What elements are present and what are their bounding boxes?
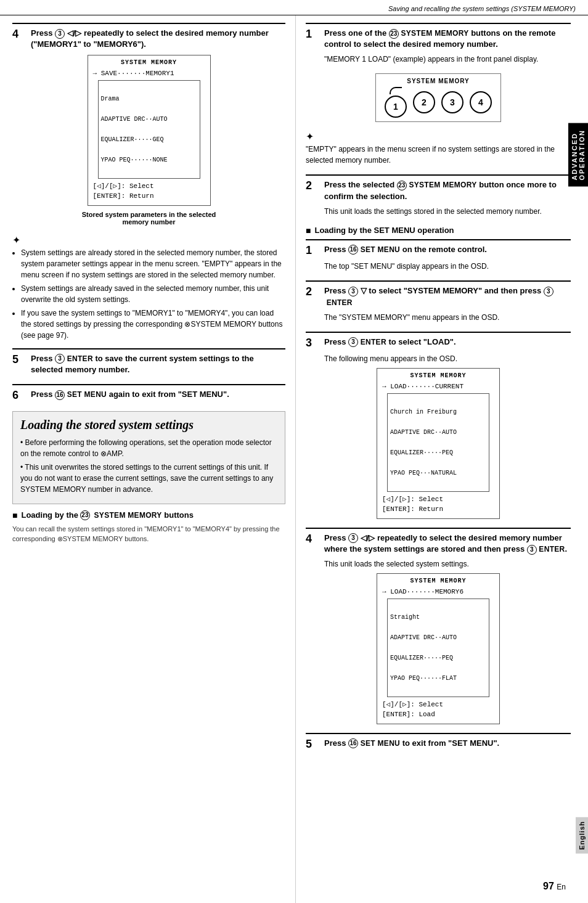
right-step-2-prefix: Press the selected bbox=[324, 180, 397, 189]
right-step-4-set-text: Press 3 ◁/▷ repeatedly to select the des… bbox=[324, 533, 571, 555]
right-step-4-set-number: 4 bbox=[306, 533, 321, 546]
memory-box-load-1-inner-line3: YPAO PEQ···NATURAL bbox=[390, 470, 486, 476]
memory-box-load-1-line1: → LOAD·······CURRENT bbox=[382, 382, 494, 392]
memory-box-load-2-inner: Straight ADAPTIVE DRC··AUTO EQUALIZER···… bbox=[387, 599, 489, 697]
mem-btn-3-label: 3 bbox=[450, 97, 455, 107]
memory-box-1: SYSTEM MEMORY → SAVE·······MEMORY1 Drama… bbox=[88, 55, 211, 206]
right-step-2-set-text: Press 3 ▽ to select "SYSTEM MEMORY" and … bbox=[324, 285, 571, 308]
mem-buttons-container: SYSTEM MEMORY 1 2 3 4 bbox=[306, 70, 571, 126]
loading-by-memory-text: You can recall the system settings store… bbox=[12, 524, 285, 544]
right-step-2-set-block: 2 Press 3 ▽ to select "SYSTEM MEMORY" an… bbox=[306, 280, 571, 322]
right-step-1-sub: "MEMORY 1 LOAD" (example) appears in the… bbox=[324, 54, 571, 65]
memory-box-load-2: SYSTEM MEMORY → LOAD·······MEMORY6 Strai… bbox=[377, 573, 500, 724]
right-step-3-set-body: to select "LOAD". bbox=[388, 337, 455, 346]
memory-box-load-2-inner-line3: YPAO PEQ······FLAT bbox=[390, 675, 486, 682]
right-step-2-header: 2 Press the selected 23 SYSTEM MEMORY bu… bbox=[306, 174, 571, 202]
step-4-text: Press 3 ◁/▷ repeatedly to select the des… bbox=[31, 28, 285, 50]
page-suffix: En bbox=[557, 883, 566, 891]
loading-note-1: • Before performing the following operat… bbox=[20, 437, 277, 459]
memory-box-load-2-title: SYSTEM MEMORY bbox=[382, 578, 494, 584]
advanced-operation-label: ADVANCEDOPERATION bbox=[568, 123, 588, 187]
memory-box-1-title: SYSTEM MEMORY bbox=[93, 59, 205, 66]
right-step-3-set-text: Press 3 ENTER to select "LOAD". bbox=[324, 337, 456, 348]
right-step-1-system-memory: SYSTEM MEMORY bbox=[401, 29, 468, 38]
mem-btn-2: 2 bbox=[413, 91, 435, 113]
right-step-3-set-header: 3 Press 3 ENTER to select "LOAD". bbox=[306, 332, 571, 350]
right-step-2-text: Press the selected 23 SYSTEM MEMORY butt… bbox=[324, 179, 571, 202]
step-5-prefix: Press bbox=[31, 354, 55, 363]
memory-box-inner-line3: YPAO PEQ······NONE bbox=[101, 157, 197, 163]
step-6-circle: 16 bbox=[55, 390, 65, 400]
memory-box-load-1-inner-line2: EQUALIZER·····PEQ bbox=[390, 449, 486, 456]
step-6-block: 6 Press 16 SET MENU again to exit from "… bbox=[12, 384, 285, 402]
step-4-block: 4 Press 3 ◁/▷ repeatedly to select the d… bbox=[12, 23, 285, 226]
right-step-5-set-header: 5 Press 16 SET MENU to exit from "SET ME… bbox=[306, 733, 571, 751]
loading-note-1-text: Before performing the following operatio… bbox=[20, 438, 272, 458]
step-6-header: 6 Press 16 SET MENU again to exit from "… bbox=[12, 384, 285, 402]
note-star-1: ✦ bbox=[12, 234, 285, 246]
right-step-5-set-circle: 16 bbox=[348, 738, 358, 748]
page-number: 97 En bbox=[543, 881, 566, 892]
loading-section-title: Loading the stored system settings bbox=[20, 418, 277, 432]
loading-by-memory-heading: Loading by the 23 SYSTEM MEMORY buttons bbox=[12, 510, 285, 520]
note-item-3: If you save the system settings to "MEMO… bbox=[21, 308, 285, 341]
right-step-1-set-body: on the remote control. bbox=[402, 245, 487, 254]
right-step-1-set-sub: The top "SET MENU" display appears in th… bbox=[324, 261, 571, 272]
mem-buttons-inner: SYSTEM MEMORY 1 2 3 4 bbox=[375, 73, 501, 122]
memory-box-1-line1: → SAVE·······MEMORY1 bbox=[93, 68, 205, 79]
loading-section: Loading the stored system settings • Bef… bbox=[12, 411, 285, 504]
right-step-1-set-text: Press 16 SET MENU on the remote control. bbox=[324, 244, 487, 255]
right-step-2-set-prefix: Press bbox=[324, 286, 348, 295]
memory-box-load-2-footer2: [ENTER]: Load bbox=[382, 709, 494, 720]
step-6-setmenu: SET MENU bbox=[67, 390, 107, 399]
mem-btn-4-label: 4 bbox=[478, 97, 483, 107]
right-step-4-set-prefix: Press bbox=[324, 533, 348, 542]
memory-box-load-2-inner-line2: EQUALIZER·····PEQ bbox=[390, 655, 486, 661]
step-5-number: 5 bbox=[12, 353, 27, 367]
page-header: Saving and recalling the system settings… bbox=[0, 0, 588, 15]
right-step-1-set-label: SET MENU bbox=[361, 245, 400, 254]
memory-box-load-1-inner-line1: ADAPTIVE DRC··AUTO bbox=[390, 429, 486, 436]
heading-circle: 23 bbox=[80, 510, 90, 520]
right-step-4-set-enter: ENTER bbox=[539, 545, 565, 554]
right-step-4-set-enter-circle: 3 bbox=[527, 545, 537, 555]
memory-box-1-footer2: [ENTER]: Return bbox=[93, 191, 205, 202]
memory-box-load-1: SYSTEM MEMORY → LOAD·······CURRENT Churc… bbox=[377, 368, 500, 519]
loading-set-menu-heading: Loading by the SET MENU operation bbox=[306, 226, 571, 235]
right-step-2-set-enter: ENTER bbox=[327, 298, 353, 307]
note-list-1: System settings are already stored in th… bbox=[12, 247, 285, 341]
right-step-5-set-number: 5 bbox=[306, 738, 321, 751]
right-step-1-block: 1 Press one of the 23 SYSTEM MEMORY butt… bbox=[306, 23, 571, 166]
step-4-number: 4 bbox=[12, 28, 27, 41]
right-step-1-set-circle: 16 bbox=[348, 245, 358, 255]
right-step-3-set-sub: The following menu appears in the OSD. bbox=[324, 353, 571, 364]
heading-system-memory: SYSTEM MEMORY bbox=[94, 511, 162, 520]
loading-by-memory-body: You can recall the system settings store… bbox=[12, 525, 280, 543]
right-note-1-text: "EMPTY" appears in the menu screen if no… bbox=[306, 145, 555, 165]
right-step-3-set-number: 3 bbox=[306, 337, 321, 350]
loading-notes: • Before performing the following operat… bbox=[20, 437, 277, 495]
right-column: 1 Press one of the 23 SYSTEM MEMORY butt… bbox=[296, 15, 588, 903]
right-step-4-set-sub: This unit loads the selected system sett… bbox=[324, 558, 571, 570]
step-4-circle: 3 bbox=[55, 29, 65, 39]
loading-note-2-text: This unit overwrites the stored settings… bbox=[20, 463, 273, 494]
right-step-1-text: Press one of the 23 SYSTEM MEMORY button… bbox=[324, 28, 571, 50]
right-step-2-set-arrow: ▽ bbox=[361, 286, 367, 295]
right-step-2-set-header: 2 Press 3 ▽ to select "SYSTEM MEMORY" an… bbox=[306, 280, 571, 308]
right-step-4-set-body2: . bbox=[565, 544, 568, 554]
right-step-1-circle: 23 bbox=[389, 29, 399, 39]
step-5-header: 5 Press 3 ENTER to save the current syst… bbox=[12, 348, 285, 375]
right-step-2-set-number: 2 bbox=[306, 285, 321, 299]
right-step-3-set-enter: ENTER bbox=[361, 338, 386, 346]
step-5-text: Press 3 ENTER to save the current system… bbox=[31, 353, 285, 375]
right-note-1: "EMPTY" appears in the menu screen if no… bbox=[306, 144, 571, 166]
right-step-5-set-block: 5 Press 16 SET MENU to exit from "SET ME… bbox=[306, 733, 571, 751]
memory-box-inner-line1: ADAPTIVE DRC··AUTO bbox=[101, 116, 197, 123]
right-note-star-1: ✦ bbox=[306, 131, 571, 142]
memory-box-inner-line2: EQUALIZER·····GEQ bbox=[101, 136, 197, 143]
right-step-1-number: 1 bbox=[306, 28, 321, 41]
step-4-header: 4 Press 3 ◁/▷ repeatedly to select the d… bbox=[12, 23, 285, 50]
right-step-5-set-body: to exit from "SET MENU". bbox=[402, 738, 500, 748]
mem-buttons-title: SYSTEM MEMORY bbox=[407, 78, 470, 84]
right-step-1-set-block: 1 Press 16 SET MENU on the remote contro… bbox=[306, 239, 571, 272]
